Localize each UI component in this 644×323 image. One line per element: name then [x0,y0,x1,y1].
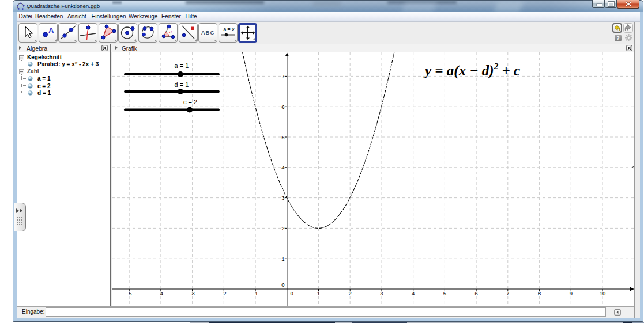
svg-text:-2: -2 [221,290,226,297]
svg-text:6: 6 [281,104,284,110]
svg-text:5: 5 [281,134,284,140]
svg-text:2: 2 [348,290,351,297]
svg-text:6: 6 [474,290,477,297]
svg-text:-3: -3 [190,290,194,297]
svg-text:1: 1 [317,290,319,297]
svg-text:4: 4 [412,290,415,297]
svg-text:8: 8 [537,290,540,297]
svg-text:10: 10 [599,290,605,297]
svg-text:1: 1 [281,256,284,262]
svg-text:3: 3 [380,290,383,297]
svg-text:5: 5 [443,290,446,297]
svg-text:7: 7 [506,290,509,297]
svg-text:-4: -4 [158,290,163,297]
svg-text:7: 7 [281,73,284,79]
svg-text:0: 0 [290,290,293,297]
svg-text:-1: -1 [253,290,257,297]
svg-text:4: 4 [281,164,284,170]
svg-text:3: 3 [281,195,284,201]
svg-text:-5: -5 [126,290,131,297]
svg-text:0: 0 [281,282,284,288]
svg-text:9: 9 [569,290,572,297]
svg-text:2: 2 [281,225,284,231]
